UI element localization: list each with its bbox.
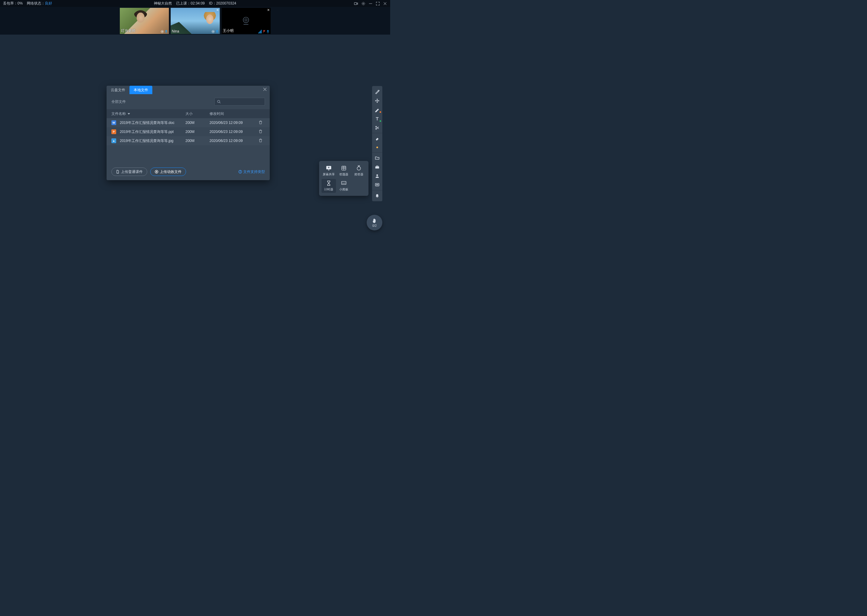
svg-rect-0 bbox=[354, 2, 357, 5]
svg-point-35 bbox=[376, 146, 378, 148]
video-tile[interactable]: ✕ Nina bbox=[171, 8, 220, 34]
file-name: 2019年工作汇报情况查询等等.ppt bbox=[120, 129, 174, 134]
delete-file-icon[interactable] bbox=[256, 120, 265, 125]
col-filename[interactable]: 文件名称 bbox=[111, 111, 186, 116]
chat-icon[interactable] bbox=[372, 181, 382, 190]
remove-participant-icon[interactable]: ✕ bbox=[267, 8, 270, 12]
screen-share-tool[interactable]: 屏幕共享 bbox=[322, 164, 336, 178]
video-tile[interactable]: ✕ 王小明 bbox=[222, 8, 271, 34]
bell-icon[interactable] bbox=[372, 191, 382, 200]
hand-count: 0/2 bbox=[372, 224, 377, 227]
table-row[interactable]: W2019年工作汇报情况查询等等.doc 200M 2020/06/23 12:… bbox=[107, 118, 270, 127]
table-row[interactable]: P2019年工作汇报情况查询等等.ppt 200M 2020/06/23 12:… bbox=[107, 127, 270, 136]
doc-file-icon: W bbox=[111, 120, 116, 125]
laser-pointer-icon[interactable] bbox=[372, 87, 382, 96]
sort-desc-icon bbox=[128, 113, 130, 115]
image-file-icon: ▲ bbox=[111, 138, 116, 143]
room-title: 神秘大自然 bbox=[154, 1, 172, 6]
people-icon[interactable] bbox=[372, 171, 382, 181]
file-size: 200M bbox=[186, 130, 210, 134]
search-icon bbox=[217, 100, 221, 104]
table-row[interactable]: ▲2019年工作汇报情况查询等等.jpg 200M 2020/06/23 12:… bbox=[107, 136, 270, 145]
folder-tool-icon[interactable] bbox=[372, 153, 382, 162]
toolbox-icon[interactable] bbox=[372, 162, 382, 171]
svg-point-1 bbox=[363, 3, 364, 4]
file-size: 200M bbox=[186, 139, 210, 143]
svg-line-19 bbox=[219, 102, 221, 103]
file-time: 2020/06/23 12:09:09 bbox=[210, 130, 256, 134]
file-name: 2019年工作汇报情况查询等等.jpg bbox=[120, 138, 173, 143]
close-icon[interactable] bbox=[383, 2, 387, 6]
svg-point-39 bbox=[376, 184, 377, 185]
file-time: 2020/06/23 12:09:09 bbox=[210, 121, 256, 125]
file-time: 2020/06/23 12:09:09 bbox=[210, 139, 256, 143]
svg-point-41 bbox=[378, 184, 378, 185]
upload-normal-button[interactable]: 上传普通课件 bbox=[111, 168, 147, 176]
ppt-file-icon: P bbox=[111, 129, 116, 134]
file-picker-dialog: 云盘文件 本地文件 全部文件 文件名称 大小 修改时间 W2019年工作汇报情况… bbox=[107, 86, 270, 180]
tab-local-files[interactable]: 本地文件 bbox=[129, 86, 152, 94]
svg-text:A: A bbox=[342, 167, 344, 168]
svg-rect-36 bbox=[375, 167, 379, 168]
text-tool-icon[interactable] bbox=[372, 114, 382, 123]
move-tool-icon[interactable] bbox=[372, 96, 382, 105]
buzzer-tool[interactable]: 抢答器 bbox=[352, 164, 366, 178]
delete-file-icon[interactable] bbox=[256, 138, 265, 143]
svg-text:2+3: 2+3 bbox=[342, 182, 345, 184]
delete-file-icon[interactable] bbox=[256, 129, 265, 134]
svg-point-6 bbox=[162, 31, 162, 32]
remove-participant-icon[interactable]: ✕ bbox=[216, 8, 219, 12]
svg-point-40 bbox=[377, 184, 377, 185]
fullscreen-icon[interactable] bbox=[376, 2, 380, 6]
svg-point-30 bbox=[357, 167, 361, 170]
dialog-close-icon[interactable] bbox=[263, 88, 267, 92]
camera-toggle-icon[interactable] bbox=[354, 2, 358, 6]
blackboard-tool[interactable]: 2+3 小黑板 bbox=[337, 179, 351, 193]
status-bar: 丢包率：0% 网络状态：良好 神秘大自然 已上课：02:34:09 ID：202… bbox=[0, 0, 390, 7]
camera-indicator-icon bbox=[212, 30, 214, 33]
mic-icon bbox=[266, 30, 270, 33]
tool-panel: 屏幕共享 AB 答题器 抢答器 计时器 2+3 小黑板 bbox=[319, 161, 369, 196]
svg-point-18 bbox=[218, 101, 220, 103]
svg-text:B: B bbox=[345, 167, 345, 168]
packet-loss: 丢包率：0% bbox=[3, 1, 22, 6]
dialog-tabs: 云盘文件 本地文件 bbox=[107, 86, 270, 94]
camera-indicator-icon bbox=[161, 30, 164, 33]
table-header: 文件名称 大小 修改时间 bbox=[107, 109, 270, 118]
svg-point-34 bbox=[376, 129, 377, 130]
scissors-tool-icon[interactable] bbox=[372, 123, 382, 132]
color-tool-icon[interactable] bbox=[372, 143, 382, 152]
supported-types-link[interactable]: 文件支持类型 bbox=[238, 169, 265, 174]
settings-icon[interactable] bbox=[361, 2, 366, 6]
file-list: W2019年工作汇报情况查询等等.doc 200M 2020/06/23 12:… bbox=[107, 118, 270, 145]
svg-point-33 bbox=[376, 126, 377, 127]
col-size[interactable]: 大小 bbox=[186, 111, 210, 116]
mic-muted-icon bbox=[263, 30, 265, 33]
file-name: 2019年工作汇报情况查询等等.doc bbox=[120, 120, 174, 126]
svg-rect-7 bbox=[166, 30, 167, 32]
timer-tool[interactable]: 计时器 bbox=[322, 179, 336, 193]
minimize-icon[interactable] bbox=[369, 2, 373, 6]
eraser-tool-icon[interactable] bbox=[372, 134, 382, 143]
participant-name: Nina bbox=[172, 29, 180, 33]
tab-cloud-files[interactable]: 云盘文件 bbox=[107, 86, 129, 94]
right-toolbar bbox=[372, 86, 382, 201]
upload-animated-button[interactable]: 上传动效文件 bbox=[150, 168, 186, 176]
raise-hand-button[interactable]: 0/2 bbox=[367, 215, 382, 230]
network-status: 网络状态：良好 bbox=[27, 1, 52, 6]
participant-name: 叮当老师 bbox=[121, 28, 136, 33]
video-strip: 叮当老师 ✕ Nina ✕ 王小明 bbox=[0, 7, 390, 35]
participant-name: 王小明 bbox=[223, 28, 233, 33]
svg-rect-15 bbox=[267, 30, 268, 32]
pen-tool-icon[interactable] bbox=[372, 105, 382, 114]
svg-point-12 bbox=[245, 19, 247, 21]
search-input[interactable] bbox=[214, 98, 265, 105]
filter-label: 全部文件 bbox=[111, 99, 126, 104]
answer-tool[interactable]: AB 答题器 bbox=[337, 164, 351, 178]
video-tile[interactable]: 叮当老师 bbox=[120, 8, 169, 34]
col-modified[interactable]: 修改时间 bbox=[210, 111, 256, 116]
svg-rect-10 bbox=[216, 30, 218, 32]
svg-point-37 bbox=[376, 174, 378, 176]
hand-icon bbox=[372, 218, 377, 223]
mic-icon bbox=[165, 30, 168, 33]
